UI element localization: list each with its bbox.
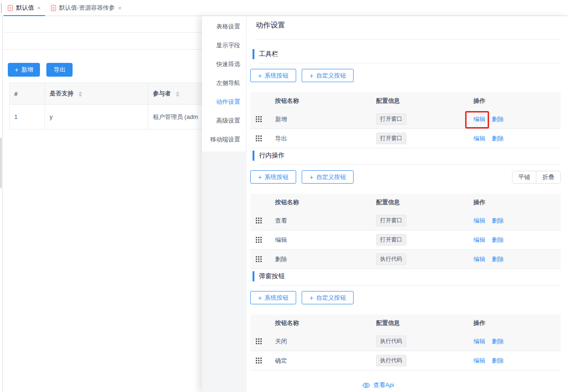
column-header-index: # bbox=[10, 83, 45, 105]
tab-label: 默认值-资源容器传参 bbox=[59, 4, 115, 12]
column-header-name: 按钮名称 bbox=[271, 198, 372, 207]
button-name: 删除 bbox=[271, 255, 372, 263]
button-name: 导出 bbox=[271, 134, 372, 143]
table-header-row: 按钮名称 配置信息 操作 bbox=[250, 314, 561, 332]
config-tag: 打开窗口 bbox=[376, 133, 406, 144]
section-accent-bar bbox=[253, 151, 254, 161]
column-header-ops: 操作 bbox=[470, 198, 561, 207]
page-left-border bbox=[2, 16, 3, 392]
drag-handle-icon[interactable] bbox=[256, 237, 257, 238]
config-tag: 打开窗口 bbox=[376, 234, 406, 246]
edit-link[interactable]: 编辑 bbox=[473, 255, 485, 263]
tile-toggle-button[interactable]: 平铺 bbox=[512, 171, 536, 183]
button-name: 编辑 bbox=[271, 236, 372, 244]
table-row: 新增 打开窗口 编辑 删除 bbox=[250, 110, 561, 129]
nav-item-quick-filter[interactable]: 快速筛选 bbox=[202, 55, 246, 73]
column-header-support[interactable]: 是否支持 bbox=[45, 83, 148, 105]
plus-icon: + bbox=[258, 295, 262, 301]
section-title: 工具栏 bbox=[259, 50, 278, 57]
drawer-nav-list: 表格设置 显示字段 快速筛选 左侧导航 动作设置 高级设置 移动端设置 bbox=[202, 16, 247, 151]
edit-link[interactable]: 编辑 bbox=[473, 134, 485, 143]
add-custom-button[interactable]: + 自定义按钮 bbox=[302, 170, 354, 184]
config-tag: 执行代码 bbox=[376, 253, 406, 265]
plus-icon: + bbox=[15, 67, 18, 73]
delete-link[interactable]: 删除 bbox=[492, 134, 504, 143]
plus-icon: + bbox=[309, 174, 313, 180]
delete-link[interactable]: 删除 bbox=[492, 357, 504, 365]
cell-support: y bbox=[45, 105, 148, 129]
sort-icon bbox=[176, 91, 180, 97]
plus-icon: + bbox=[258, 174, 262, 180]
drag-handle-icon[interactable] bbox=[256, 135, 257, 137]
delete-link[interactable]: 删除 bbox=[492, 255, 504, 263]
buttons-table: 按钮名称 配置信息 操作 新增 打开窗口 编辑 删除 导出 bbox=[250, 92, 561, 148]
drawer-nav: 表格设置 显示字段 快速筛选 左侧导航 动作设置 高级设置 移动端设置 bbox=[202, 16, 247, 392]
delete-link[interactable]: 删除 bbox=[492, 236, 504, 244]
button-name: 确定 bbox=[271, 357, 372, 365]
plus-icon: + bbox=[309, 295, 313, 301]
add-button[interactable]: + 新增 bbox=[8, 63, 40, 77]
section-toolbar: 工具栏 + 系统按钮 + 自定义按钮 按钮名称 配置信息 操作 bbox=[250, 49, 561, 148]
table-row: 关闭 执行代码 编辑 删除 bbox=[250, 332, 561, 351]
edit-link[interactable]: 编辑 bbox=[473, 337, 485, 346]
close-icon[interactable]: × bbox=[37, 5, 41, 11]
cell-index: 1 bbox=[10, 105, 45, 129]
column-header-name: 按钮名称 bbox=[271, 319, 372, 327]
collapse-toggle-button[interactable]: 折叠 bbox=[536, 171, 560, 183]
nav-item-advanced-settings[interactable]: 高级设置 bbox=[202, 111, 246, 130]
sort-icon bbox=[79, 91, 82, 97]
button-name: 新增 bbox=[271, 115, 372, 123]
drag-handle-icon[interactable] bbox=[256, 256, 257, 258]
document-icon bbox=[8, 5, 13, 11]
drawer-content: 动作设置 工具栏 + 系统按钮 + 自定义按钮 按钮 bbox=[247, 16, 568, 392]
add-custom-button[interactable]: + 自定义按钮 bbox=[302, 69, 354, 82]
drag-handle-icon[interactable] bbox=[256, 218, 257, 219]
nav-item-table-settings[interactable]: 表格设置 bbox=[202, 17, 246, 36]
delete-link[interactable]: 删除 bbox=[492, 217, 504, 225]
eye-icon bbox=[362, 382, 370, 388]
page-toolbar: + 新增 导出 bbox=[8, 63, 73, 77]
add-custom-button[interactable]: + 自定义按钮 bbox=[302, 291, 354, 304]
add-system-button[interactable]: + 系统按钮 bbox=[250, 69, 296, 82]
tab-default-value[interactable]: 默认值 × bbox=[3, 0, 46, 16]
button-name: 查看 bbox=[271, 217, 372, 225]
export-button[interactable]: 导出 bbox=[46, 63, 73, 77]
tab-label: 默认值 bbox=[16, 4, 34, 12]
column-header-name: 按钮名称 bbox=[271, 97, 372, 105]
plus-icon: + bbox=[258, 73, 262, 79]
layout-toggle-group: 平铺 折叠 bbox=[512, 171, 561, 184]
column-header-config: 配置信息 bbox=[372, 97, 470, 105]
tab-default-value-resource-container[interactable]: 默认值-资源容器传参 × bbox=[46, 0, 127, 16]
delete-link[interactable]: 删除 bbox=[492, 115, 504, 123]
divider bbox=[256, 39, 561, 39]
view-api-link[interactable]: 查看Api bbox=[362, 381, 394, 389]
section-title: 行内操作 bbox=[259, 151, 285, 159]
drag-handle-icon[interactable] bbox=[256, 116, 257, 118]
add-system-button[interactable]: + 系统按钮 bbox=[250, 170, 296, 184]
config-tag: 打开窗口 bbox=[376, 215, 406, 226]
collapsed-panel-handle[interactable] bbox=[0, 138, 2, 188]
delete-link[interactable]: 删除 bbox=[492, 337, 504, 346]
edit-link[interactable]: 编辑 bbox=[473, 115, 485, 123]
column-header-ops: 操作 bbox=[470, 97, 561, 105]
close-icon[interactable]: × bbox=[118, 5, 122, 11]
drag-handle-icon[interactable] bbox=[256, 338, 257, 340]
settings-drawer: 表格设置 显示字段 快速筛选 左侧导航 动作设置 高级设置 移动端设置 动作设置… bbox=[202, 16, 568, 392]
config-tag: 打开窗口 bbox=[376, 113, 406, 125]
table-header-row: 按钮名称 配置信息 操作 bbox=[250, 92, 561, 110]
add-system-button[interactable]: + 系统按钮 bbox=[250, 291, 296, 304]
nav-item-mobile-settings[interactable]: 移动端设置 bbox=[202, 130, 246, 149]
nav-item-display-fields[interactable]: 显示字段 bbox=[202, 36, 246, 55]
table-row: 编辑 打开窗口 编辑 删除 bbox=[250, 230, 561, 250]
edit-link[interactable]: 编辑 bbox=[473, 217, 485, 225]
config-tag: 执行代码 bbox=[376, 336, 406, 347]
drag-handle-icon[interactable] bbox=[256, 358, 257, 359]
nav-item-action-settings[interactable]: 动作设置 bbox=[202, 92, 246, 111]
nav-item-left-navigation[interactable]: 左侧导航 bbox=[202, 73, 246, 92]
edit-link[interactable]: 编辑 bbox=[473, 236, 485, 244]
buttons-table: 按钮名称 配置信息 操作 查看 打开窗口 编辑 删除 编辑 打开窗口 bbox=[250, 194, 561, 269]
section-title: 弹窗按钮 bbox=[259, 272, 285, 280]
document-icon bbox=[51, 5, 56, 11]
table-row: 删除 执行代码 编辑 删除 bbox=[250, 250, 561, 269]
edit-link[interactable]: 编辑 bbox=[473, 357, 485, 365]
